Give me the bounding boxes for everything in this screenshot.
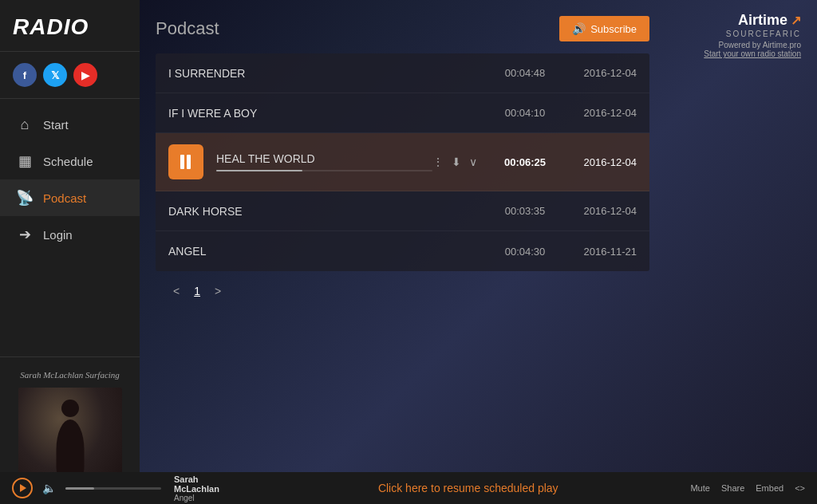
now-playing-track: Angel — [174, 494, 246, 502]
track-duration: 00:04:10 — [493, 107, 557, 119]
table-row[interactable]: I SURRENDER 00:04:48 2016-12-04 — [156, 53, 649, 93]
podcast-title: Podcast — [156, 18, 219, 39]
airtime-logo: Airtime ↗ — [704, 12, 801, 29]
progress-fill — [65, 487, 94, 490]
embed-button[interactable]: Embed — [756, 483, 783, 493]
play-button-bottom[interactable] — [12, 478, 33, 498]
progress-bar[interactable] — [65, 487, 161, 490]
track-date: 2016-12-04 — [557, 107, 637, 119]
subscribe-button[interactable]: 🔊 Subscribe — [559, 16, 649, 41]
airtime-sourcefaric: SOURCEFARIC — [704, 30, 801, 38]
sidebar-item-schedule[interactable]: ▦ Schedule — [0, 143, 140, 179]
track-name: ANGEL — [168, 245, 493, 258]
main-nav: ⌂ Start ▦ Schedule 📡 Podcast ➔ Login — [0, 99, 140, 356]
figure-silhouette — [46, 400, 94, 479]
mute-button[interactable]: Mute — [690, 483, 709, 493]
resume-text[interactable]: Click here to resume scheduled play — [255, 482, 681, 494]
track-progress-fill — [216, 170, 302, 171]
home-icon: ⌂ — [16, 116, 34, 133]
pagination: < 1 > — [156, 271, 649, 311]
podcast-track-list: I SURRENDER 00:04:48 2016-12-04 IF I WER… — [156, 53, 649, 271]
rss-icon: 🔊 — [572, 22, 586, 35]
sidebar-item-login-label: Login — [43, 228, 73, 242]
download-icon[interactable]: ⬇ — [452, 156, 461, 168]
logo-area: RADIO — [0, 0, 140, 52]
track-duration: 00:06:25 — [493, 156, 557, 168]
airtime-powered-text: Powered by Airtime.pro — [704, 41, 801, 49]
main-content: Podcast 🔊 Subscribe I SURRENDER 00:04:48… — [140, 0, 817, 472]
track-date: 2016-12-04 — [557, 156, 637, 168]
airtime-arrow-icon: ↗ — [791, 13, 801, 28]
sidebar-item-start-label: Start — [43, 118, 69, 132]
pause-icon — [180, 155, 191, 169]
airtime-branding: Airtime ↗ SOURCEFARIC Powered by Airtime… — [704, 12, 801, 58]
next-page-button[interactable]: > — [210, 283, 226, 299]
facebook-button[interactable]: f — [13, 63, 37, 87]
podcast-icon: 📡 — [16, 189, 34, 207]
track-duration: 00:04:30 — [493, 246, 557, 258]
code-button[interactable]: <> — [795, 483, 805, 493]
social-links: f 𝕏 ▶ — [0, 52, 140, 99]
track-actions: ⋮ ⬇ ∨ — [432, 156, 477, 168]
track-duration: 00:03:35 — [493, 205, 557, 217]
table-row-active[interactable]: HEAL THE WORLD ⋮ ⬇ ∨ 00:06:25 2016-12-04 — [156, 133, 649, 191]
track-date: 2016-12-04 — [557, 205, 637, 217]
track-date: 2016-12-04 — [557, 67, 637, 79]
table-row[interactable]: DARK HORSE 00:03:35 2016-12-04 — [156, 191, 649, 231]
sidebar-item-schedule-label: Schedule — [43, 155, 93, 168]
twitter-button[interactable]: 𝕏 — [43, 63, 67, 87]
schedule-icon: ▦ — [16, 152, 34, 170]
track-name: DARK HORSE — [168, 205, 493, 218]
table-row[interactable]: IF I WERE A BOY 00:04:10 2016-12-04 — [156, 93, 649, 133]
share-button[interactable]: Share — [721, 483, 744, 493]
share-icon[interactable]: ⋮ — [432, 156, 444, 168]
page-number[interactable]: 1 — [191, 283, 203, 299]
track-duration: 00:04:48 — [493, 67, 557, 79]
sidebar-item-login[interactable]: ➔ Login — [0, 216, 140, 253]
track-date: 2016-11-21 — [557, 246, 637, 258]
podcast-header: Podcast 🔊 Subscribe — [156, 16, 793, 41]
track-name: HEAL THE WORLD — [216, 152, 432, 165]
bottom-bar: 🔈 Sarah McLachlan Angel Click here to re… — [0, 472, 817, 504]
subscribe-label: Subscribe — [590, 23, 637, 35]
app-title: RADIO — [13, 14, 89, 39]
sidebar-item-podcast[interactable]: 📡 Podcast — [0, 179, 140, 216]
airtime-logo-text: Airtime — [738, 12, 787, 29]
track-name: I SURRENDER — [168, 67, 493, 80]
expand-icon[interactable]: ∨ — [469, 156, 477, 168]
youtube-button[interactable]: ▶ — [73, 63, 97, 87]
album-title: Sarah McLachlan Surfacing — [13, 370, 127, 380]
sidebar-item-podcast-label: Podcast — [43, 191, 86, 205]
play-icon — [20, 484, 26, 492]
bottom-right-controls: Mute Share Embed <> — [690, 483, 805, 493]
pause-button[interactable] — [168, 144, 203, 179]
now-playing-artist: Sarah McLachlan — [174, 474, 246, 494]
login-icon: ➔ — [16, 226, 34, 243]
airtime-link[interactable]: Start your own radio station — [704, 49, 801, 58]
sidebar-item-start[interactable]: ⌂ Start — [0, 107, 140, 143]
sidebar: RADIO f 𝕏 ▶ ⌂ Start ▦ Schedule 📡 Podcast… — [0, 0, 140, 504]
track-progress-bar — [216, 170, 432, 171]
volume-icon[interactable]: 🔈 — [42, 482, 56, 494]
prev-page-button[interactable]: < — [168, 283, 184, 299]
table-row[interactable]: ANGEL 00:04:30 2016-11-21 — [156, 231, 649, 271]
track-name: IF I WERE A BOY — [168, 107, 493, 120]
